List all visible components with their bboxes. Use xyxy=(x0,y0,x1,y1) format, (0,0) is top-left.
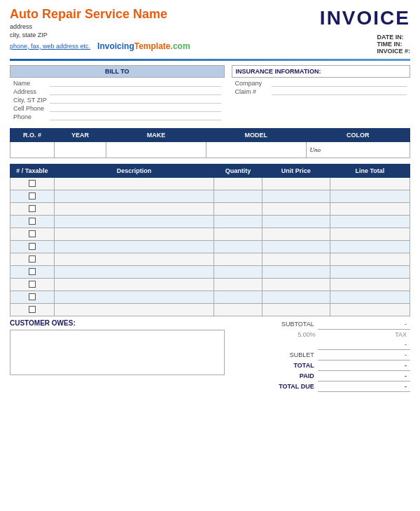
cell-label: Cell Phone xyxy=(13,105,47,112)
cell-row: Cell Phone xyxy=(13,105,221,112)
item-row xyxy=(10,279,410,291)
num-taxable-cell xyxy=(10,279,55,291)
num-taxable-header: # / Taxable xyxy=(10,164,55,178)
company-value xyxy=(272,80,407,87)
name-row: Name xyxy=(13,80,221,87)
total-due-label: TOTAL DUE xyxy=(232,382,318,392)
line-total-cell xyxy=(330,241,410,253)
description-cell xyxy=(54,190,214,203)
name-label: Name xyxy=(13,80,47,87)
num-taxable-cell xyxy=(10,266,55,279)
quantity-cell xyxy=(214,203,262,216)
taxable-checkbox[interactable] xyxy=(29,281,36,288)
date-info: DATE IN: TIME IN: INVOICE #: xyxy=(377,34,410,55)
address-line2: city, state ZIP xyxy=(10,31,190,38)
bill-to-header: BILL TO xyxy=(10,65,225,78)
line-total-cell xyxy=(330,304,410,316)
item-row xyxy=(10,190,410,203)
taxable-checkbox[interactable] xyxy=(29,230,36,237)
description-cell xyxy=(54,253,214,266)
address-value xyxy=(50,88,221,95)
insurance-fields: Company Claim # xyxy=(232,78,410,99)
taxable-checkbox[interactable] xyxy=(29,192,36,200)
description-cell xyxy=(54,279,214,291)
taxable-checkbox[interactable] xyxy=(29,243,36,250)
logo-invoicing: Invoicing xyxy=(97,41,134,51)
unit-price-cell xyxy=(262,253,330,266)
items-table: # / Taxable Description Quantity Unit Pr… xyxy=(10,164,410,316)
taxable-checkbox[interactable] xyxy=(29,268,36,275)
line-total-cell xyxy=(330,266,410,279)
num-taxable-cell xyxy=(10,291,55,304)
taxable-checkbox[interactable] xyxy=(29,255,36,262)
item-row xyxy=(10,291,410,304)
tax-spacer xyxy=(232,340,318,350)
business-info: Auto Repair Service Name address city, s… xyxy=(10,7,190,51)
tax-row: 5.00% TAX xyxy=(232,330,410,340)
item-row xyxy=(10,228,410,241)
total-due-value: - xyxy=(318,382,410,392)
taxable-checkbox[interactable] xyxy=(29,306,36,313)
customer-owes-box[interactable] xyxy=(10,330,225,375)
paid-value: - xyxy=(318,371,410,382)
quantity-header: Quantity xyxy=(214,164,262,178)
unit-price-cell xyxy=(262,190,330,203)
taxable-checkbox[interactable] xyxy=(29,180,36,187)
address-row: Address xyxy=(13,88,221,95)
address-line1: address xyxy=(10,23,190,30)
phone-link[interactable]: phone, fax, web address etc. xyxy=(10,43,90,50)
model-header: MODEL xyxy=(206,129,306,142)
customer-owes-label: CUSTOMER OWES: xyxy=(10,319,225,327)
claim-label: Claim # xyxy=(235,88,269,95)
description-header: Description xyxy=(54,164,214,178)
quantity-cell xyxy=(214,266,262,279)
item-row xyxy=(10,216,410,228)
city-value xyxy=(50,97,221,104)
paid-row: PAID - xyxy=(232,371,410,382)
taxable-checkbox[interactable] xyxy=(29,218,36,225)
item-row xyxy=(10,203,410,216)
quantity-cell xyxy=(214,190,262,203)
total-row: TOTAL - xyxy=(232,360,410,371)
description-cell xyxy=(54,216,214,228)
line-total-cell xyxy=(330,279,410,291)
time-in-label: TIME IN: xyxy=(377,41,402,48)
line-total-cell xyxy=(330,178,410,190)
unit-price-cell xyxy=(262,266,330,279)
vehicle-header-row: R.O. # YEAR MAKE MODEL COLOR xyxy=(10,129,410,142)
item-row xyxy=(10,253,410,266)
line-total-cell xyxy=(330,216,410,228)
unit-price-header: Unit Price xyxy=(262,164,330,178)
item-row xyxy=(10,304,410,316)
quantity-cell xyxy=(214,279,262,291)
date-in-label: DATE IN: xyxy=(377,34,403,41)
name-value xyxy=(50,80,221,87)
company-label: Company xyxy=(235,80,269,87)
invoicing-logo: InvoicingTemplate.com xyxy=(97,41,190,51)
totals-section: SUBTOTAL - 5.00% TAX - SUBLET - TOTAL - … xyxy=(232,319,410,392)
claim-row: Claim # xyxy=(235,88,407,95)
quantity-cell xyxy=(214,241,262,253)
totals-table: SUBTOTAL - 5.00% TAX - SUBLET - TOTAL - … xyxy=(232,319,410,392)
blue-divider xyxy=(10,59,410,61)
taxable-checkbox[interactable] xyxy=(29,205,36,212)
bottom-section: CUSTOMER OWES: SUBTOTAL - 5.00% TAX - SU… xyxy=(10,319,410,392)
taxable-checkbox[interactable] xyxy=(29,293,36,300)
insurance-header: INSURANCE INFORMATION: xyxy=(232,65,410,78)
quantity-cell xyxy=(214,253,262,266)
unit-price-cell xyxy=(262,228,330,241)
invoice-num-label: INVOICE #: xyxy=(377,48,410,55)
line-total-cell xyxy=(330,253,410,266)
cell-value xyxy=(50,105,221,112)
num-taxable-cell xyxy=(10,216,55,228)
subtotal-label: SUBTOTAL xyxy=(232,319,318,330)
quantity-cell xyxy=(214,228,262,241)
item-row xyxy=(10,241,410,253)
num-taxable-cell xyxy=(10,241,55,253)
color-header: COLOR xyxy=(306,129,410,142)
bill-to-fields: Name Address City, ST ZIP Cell Phone Pho… xyxy=(10,78,225,124)
vehicle-row: Uno xyxy=(10,142,410,158)
logo-template: Template xyxy=(134,41,171,51)
invoice-title: INVOICE xyxy=(320,7,410,29)
ro-num-value xyxy=(10,142,55,158)
